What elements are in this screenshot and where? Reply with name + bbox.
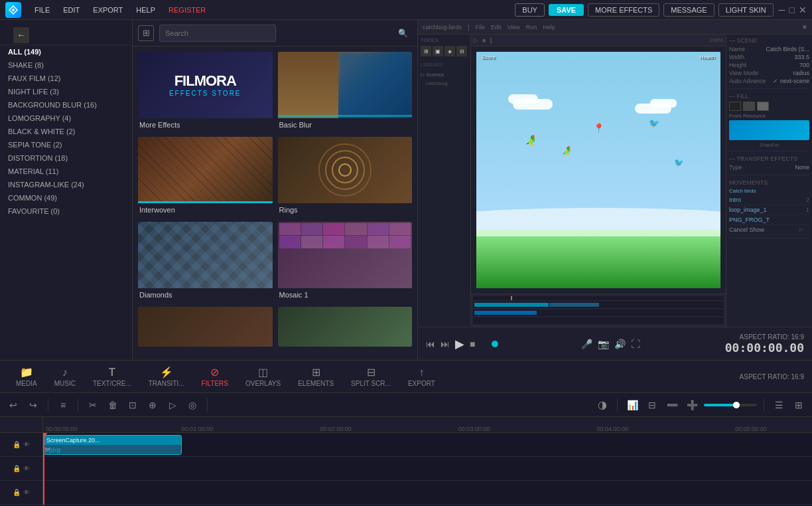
effect-mosaic[interactable]: Mosaic 1 bbox=[278, 222, 413, 301]
mini-run-menu[interactable]: Run bbox=[524, 24, 539, 31]
mini-file-menu[interactable]: File bbox=[473, 24, 487, 31]
redo-button[interactable]: ↪ bbox=[25, 397, 41, 413]
mini-edit-menu[interactable]: Edit bbox=[489, 24, 504, 31]
zoom-out-btn[interactable]: ➖ bbox=[664, 397, 680, 413]
buy-button[interactable]: BUY bbox=[515, 3, 545, 17]
mini-lib-scene-1[interactable]: catchbug bbox=[421, 79, 468, 88]
fullscreen-button[interactable]: ⛶ bbox=[631, 339, 640, 349]
undo-button[interactable]: ↩ bbox=[5, 397, 21, 413]
transitions-icon: ⚡ bbox=[160, 366, 173, 379]
mini-tool-1[interactable]: ⊞ bbox=[421, 46, 431, 56]
category-distortion[interactable]: DISTORTION (18) bbox=[0, 151, 132, 165]
category-shake[interactable]: SHAKE (8) bbox=[0, 58, 132, 72]
effect-rings[interactable]: Rings bbox=[278, 137, 413, 216]
copy-button[interactable]: ⊕ bbox=[145, 397, 161, 413]
more-effects-button[interactable]: MORE EFFECTS bbox=[588, 3, 659, 17]
tab-export[interactable]: ↑ EXPORT bbox=[400, 364, 443, 390]
delete-button[interactable]: 🗑 bbox=[105, 397, 121, 413]
tab-elements[interactable]: ⊞ ELEMENTS bbox=[290, 363, 342, 390]
stop-button[interactable]: ■ bbox=[470, 339, 475, 349]
category-faux-film[interactable]: FAUX FILM (12) bbox=[0, 72, 132, 85]
tab-transitions[interactable]: ⚡ TRANSITI... bbox=[141, 363, 192, 390]
mini-tool-4[interactable]: ⊟ bbox=[456, 46, 467, 56]
category-favourite[interactable]: FAVOURITE (0) bbox=[0, 205, 132, 218]
audio-btn[interactable]: 📊 bbox=[624, 397, 640, 413]
tab-media[interactable]: 📁 MEDIA bbox=[8, 363, 45, 390]
track-lock-icon[interactable]: 🔒 bbox=[13, 441, 21, 448]
volume-button[interactable]: 🔊 bbox=[614, 339, 626, 349]
mini-help-menu[interactable]: Help bbox=[541, 24, 557, 31]
category-background-blur[interactable]: BACKGROUND BLUR (16) bbox=[0, 98, 132, 112]
cut-button[interactable]: ✂ bbox=[85, 397, 101, 413]
mini-close[interactable]: ✕ bbox=[800, 24, 809, 31]
effect-basic-blur[interactable]: Basic Blur bbox=[278, 52, 413, 131]
zoom-in-btn[interactable]: ➕ bbox=[684, 397, 700, 413]
tab-text[interactable]: T TEXT/CRE... bbox=[85, 364, 139, 390]
menu-edit[interactable]: EDIT bbox=[56, 0, 86, 20]
play-button[interactable]: ▶ bbox=[455, 337, 464, 351]
zoom-slider[interactable] bbox=[704, 404, 757, 406]
skip-to-start-button[interactable]: ⏮ bbox=[426, 339, 435, 349]
mini-view-menu[interactable]: View bbox=[505, 24, 521, 31]
tab-music[interactable]: ♪ MUSIC bbox=[46, 364, 84, 390]
track-lock-icon-3[interactable]: 🔒 bbox=[13, 489, 21, 496]
search-input[interactable] bbox=[159, 25, 276, 42]
mini-stop-btn[interactable]: ■ bbox=[482, 37, 486, 44]
speed-button[interactable]: ▷ bbox=[165, 397, 180, 413]
mini-file[interactable]: catchbug-birds bbox=[421, 24, 464, 31]
mini-tool-2[interactable]: ▣ bbox=[433, 46, 443, 56]
effect-partial-2[interactable] bbox=[278, 307, 413, 347]
mic-button[interactable]: 🎤 bbox=[581, 339, 592, 349]
effect-diamonds[interactable]: Diamonds bbox=[138, 222, 273, 301]
mini-lib-item-1[interactable]: ▷ Scenes bbox=[421, 70, 468, 79]
mini-fill-swatch-1[interactable] bbox=[729, 102, 741, 111]
close-button[interactable]: ✕ bbox=[799, 5, 807, 15]
snapshot-button[interactable]: 📷 bbox=[598, 339, 609, 349]
timeline-menu-btn[interactable]: ☰ bbox=[771, 397, 787, 413]
mini-pause-btn[interactable]: ‖ bbox=[490, 37, 493, 44]
effect-thumb-store: FILMORA EFFECTS STORE bbox=[138, 52, 273, 118]
mini-tool-3[interactable]: ◈ bbox=[444, 46, 455, 56]
mini-play-btn[interactable]: ▷ bbox=[474, 37, 478, 44]
timeline-playhead[interactable] bbox=[43, 433, 44, 505]
video-clip[interactable]: ScreenCapture.20... ✂ bbox=[43, 435, 182, 455]
tab-split-screen[interactable]: ⊟ SPLIT SCR... bbox=[343, 363, 399, 390]
category-instagram-like[interactable]: INSTAGRAM-LIKE (24) bbox=[0, 178, 132, 191]
timeline-settings-button[interactable]: ≡ bbox=[55, 397, 71, 413]
track-lock-icon-2[interactable]: 🔒 bbox=[13, 465, 21, 472]
category-material[interactable]: MATERIAL (11) bbox=[0, 165, 132, 178]
message-button[interactable]: MESSAGE bbox=[663, 3, 714, 17]
tab-overlays[interactable]: ◫ OVERLAYS bbox=[237, 363, 289, 390]
track-eye-icon[interactable]: 👁 bbox=[23, 441, 30, 448]
effect-interwoven[interactable]: Interwoven bbox=[138, 137, 273, 216]
color-button[interactable]: ◎ bbox=[184, 397, 200, 413]
track-eye-icon-3[interactable]: 👁 bbox=[23, 489, 30, 496]
menu-register[interactable]: REGISTER bbox=[162, 0, 212, 20]
category-lomography[interactable]: LOMOGRAPHY (4) bbox=[0, 112, 132, 125]
mini-fill-swatch-3[interactable] bbox=[757, 102, 769, 111]
category-common[interactable]: COMMON (49) bbox=[0, 191, 132, 205]
maximize-button[interactable]: □ bbox=[789, 5, 795, 15]
menu-export[interactable]: EXPORT bbox=[86, 0, 129, 20]
timeline-grid-btn[interactable]: ⊞ bbox=[791, 397, 807, 413]
track-eye-icon-2[interactable]: 👁 bbox=[23, 465, 30, 472]
grid-view-button[interactable]: ⊞ bbox=[138, 25, 154, 41]
prev-frame-button[interactable]: ⏭ bbox=[440, 339, 450, 349]
category-black-white[interactable]: BLACK & WHITE (2) bbox=[0, 125, 132, 138]
split-btn[interactable]: ⊟ bbox=[644, 397, 660, 413]
animate-button[interactable]: ◑ bbox=[594, 397, 610, 413]
effect-partial-1[interactable] bbox=[138, 307, 273, 347]
menu-help[interactable]: HELP bbox=[129, 0, 162, 20]
effect-more-effects[interactable]: FILMORA EFFECTS STORE More Effects bbox=[138, 52, 273, 131]
category-night-life[interactable]: NIGHT LIFE (3) bbox=[0, 85, 132, 98]
save-button[interactable]: SAVE bbox=[549, 4, 584, 16]
back-button[interactable]: ← bbox=[13, 27, 29, 43]
crop-button[interactable]: ⊡ bbox=[125, 397, 141, 413]
tab-filters[interactable]: ⊘ FILTERS bbox=[194, 363, 236, 390]
category-sepia-tone[interactable]: SEPIA TONE (2) bbox=[0, 138, 132, 151]
minimize-button[interactable]: ─ bbox=[779, 5, 785, 15]
light-skin-button[interactable]: LIGHT SKIN bbox=[718, 3, 774, 17]
mini-fill-swatch-2[interactable] bbox=[743, 102, 755, 111]
category-all[interactable]: ALL (149) bbox=[0, 45, 132, 58]
menu-file[interactable]: FILE bbox=[28, 0, 56, 20]
